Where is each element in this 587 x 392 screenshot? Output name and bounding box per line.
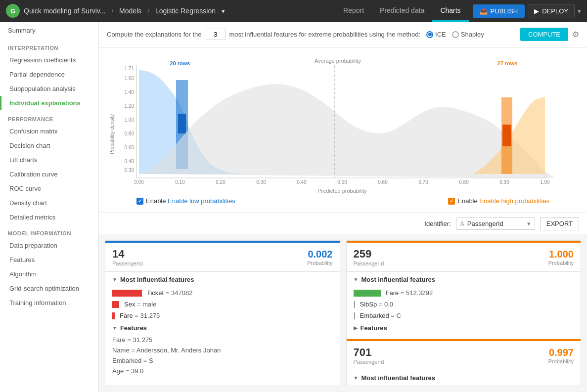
third-panel-header: 701 PassengerId 0.997 Probability bbox=[347, 341, 581, 370]
right-features-arrow: ▶ bbox=[354, 325, 358, 331]
left-features-section-title[interactable]: ▼ Features bbox=[105, 321, 340, 335]
orange-box-marker bbox=[502, 125, 511, 146]
right-most-influential-title[interactable]: ▼ Most influential features bbox=[347, 272, 581, 287]
sidebar-item-subpopulation[interactable]: Subpopulation analysis bbox=[0, 82, 98, 96]
third-panel-prob-section: 0.997 Probability bbox=[548, 347, 574, 364]
compute-button[interactable]: COMPUTE bbox=[520, 28, 568, 41]
svg-text:1.60: 1.60 bbox=[125, 76, 135, 81]
radio-ice-dot bbox=[426, 31, 433, 38]
svg-text:0.60: 0.60 bbox=[378, 179, 388, 185]
left-panel-id-label: PassengerId bbox=[112, 261, 143, 266]
sidebar-item-lift[interactable]: Lift charts bbox=[0, 153, 98, 167]
tab-predicted-data[interactable]: Predicted data bbox=[372, 0, 432, 22]
breadcrumb-sep2: / bbox=[147, 7, 149, 15]
settings-gear-icon[interactable]: ⚙ bbox=[572, 30, 579, 39]
tab-charts[interactable]: Charts bbox=[432, 0, 468, 22]
low-prob-check-box: ✓ bbox=[136, 198, 143, 205]
left-panel-prob-label: Probability bbox=[307, 260, 332, 266]
right-features-section-title[interactable]: ▶ Features bbox=[347, 321, 581, 335]
sidebar-item-features[interactable]: Features bbox=[0, 253, 98, 267]
breadcrumb-dropdown-icon[interactable]: ▾ bbox=[222, 7, 225, 15]
app-logo: G bbox=[6, 4, 20, 18]
left-detail-embarked: Embarked = S bbox=[105, 355, 340, 366]
left-detail-age: Age = 39.0 bbox=[105, 366, 340, 376]
right-features-bars: Fare = 512.3292 SibSp = 0.0 bbox=[347, 287, 581, 321]
breadcrumb-sep1: / bbox=[111, 7, 113, 15]
right-panel: 259 PassengerId 1.000 Probability ▼ Most… bbox=[346, 240, 582, 386]
right-feature-row-1: SibSp = 0.0 bbox=[347, 299, 581, 310]
top-tabs: Report Predicted data Charts bbox=[335, 0, 469, 22]
left-features-arrow: ▼ bbox=[112, 325, 117, 331]
breadcrumb-logistic[interactable]: Logistic Regression bbox=[155, 7, 216, 15]
features-count-input[interactable] bbox=[206, 29, 226, 40]
svg-text:0.60: 0.60 bbox=[125, 145, 135, 150]
breadcrumb-models[interactable]: Models bbox=[119, 7, 141, 15]
sex-bar bbox=[112, 301, 119, 308]
low-prob-checkbox[interactable]: ✓ Enable Enable low probabilities bbox=[136, 197, 235, 205]
left-influential-arrow: ▼ bbox=[112, 277, 117, 282]
sidebar-item-algorithm[interactable]: Algorithm bbox=[0, 267, 98, 281]
sidebar-item-summary[interactable]: Summary bbox=[0, 22, 98, 39]
identifier-type-icon: A bbox=[460, 220, 464, 227]
left-feature-row-2: Fare = 31.275 bbox=[105, 310, 340, 321]
y-axis-label: Probability density bbox=[109, 114, 115, 154]
third-panel-id: 701 bbox=[354, 346, 384, 359]
radio-shapley[interactable]: Shapley bbox=[452, 31, 484, 38]
sidebar-item-decision[interactable]: Decision chart bbox=[0, 138, 98, 153]
right-panel-id-section: 259 PassengerId bbox=[354, 248, 384, 266]
svg-text:0.50: 0.50 bbox=[337, 179, 347, 185]
svg-text:0.70: 0.70 bbox=[418, 179, 428, 185]
identifier-row: Identifier: A PassengerId ▾ EXPORT bbox=[99, 213, 587, 234]
controls-suffix: most influential features for extreme pr… bbox=[229, 31, 421, 38]
right-embarked-line bbox=[354, 312, 355, 319]
svg-text:0.20: 0.20 bbox=[216, 179, 226, 185]
sidebar-item-grid-search[interactable]: Grid-search optimization bbox=[0, 281, 98, 296]
svg-text:0.80: 0.80 bbox=[459, 179, 469, 185]
third-panel-id-label: PassengerId bbox=[354, 359, 384, 365]
chart-container: Probability density 1.71 1.60 1.40 1.20 … bbox=[99, 47, 587, 213]
svg-text:0.30: 0.30 bbox=[256, 179, 266, 185]
svg-text:Predicted probability: Predicted probability bbox=[317, 188, 367, 194]
svg-text:1.00: 1.00 bbox=[125, 117, 135, 123]
sidebar-item-confusion[interactable]: Confusion matrix bbox=[0, 124, 98, 138]
sidebar-item-individual[interactable]: Individual explanations bbox=[0, 96, 98, 110]
deploy-dropdown-icon[interactable]: ▾ bbox=[578, 7, 581, 15]
identifier-dropdown-icon: ▾ bbox=[527, 220, 531, 227]
high-prob-text: Enable Enable high probabilities bbox=[457, 197, 549, 205]
controls-prefix: Compute the explanations for the bbox=[107, 31, 202, 38]
sidebar-item-regression[interactable]: Regression coefficients bbox=[0, 53, 98, 67]
low-prob-text: Enable Enable low probabilities bbox=[146, 197, 235, 205]
app-title: Quick modeling of Surviv... bbox=[24, 7, 105, 15]
third-most-influential-title[interactable]: ▼ Most influential features bbox=[347, 370, 581, 386]
radio-ice[interactable]: ICE bbox=[426, 31, 446, 38]
deploy-button[interactable]: ▶ DEPLOY bbox=[528, 4, 575, 18]
top-actions: 📤 PUBLISH ▶ DEPLOY ▾ bbox=[473, 4, 581, 18]
main-layout: Summary INTERPRETATION Regression coeffi… bbox=[0, 22, 587, 392]
svg-text:0.10: 0.10 bbox=[175, 179, 185, 185]
sidebar-item-calibration[interactable]: Calibration curve bbox=[0, 167, 98, 181]
left-most-influential-title[interactable]: ▼ Most influential features bbox=[105, 272, 340, 287]
export-button[interactable]: EXPORT bbox=[540, 217, 579, 230]
sidebar-item-partial[interactable]: Partial dependence bbox=[0, 67, 98, 82]
sidebar-item-detailed[interactable]: Detailed metrics bbox=[0, 210, 98, 224]
method-radio-group: ICE Shapley bbox=[426, 31, 484, 38]
sidebar-section-performance: PERFORMANCE bbox=[0, 110, 98, 124]
publish-button[interactable]: 📤 PUBLISH bbox=[473, 4, 525, 18]
identifier-select[interactable]: A PassengerId ▾ bbox=[456, 218, 535, 230]
publish-icon: 📤 bbox=[480, 7, 488, 15]
right-panel-id-label: PassengerId bbox=[354, 261, 384, 266]
sidebar-item-roc[interactable]: ROC curve bbox=[0, 181, 98, 196]
panels-row: 14 PassengerId 0.002 Probability ▼ Most … bbox=[99, 234, 587, 392]
left-feature-details: Fare = 31.275 Name = Andersson, Mr. Ande… bbox=[105, 335, 340, 376]
third-influential-arrow: ▼ bbox=[354, 375, 359, 381]
sidebar-item-training[interactable]: Training information bbox=[0, 296, 98, 310]
svg-text:1.00: 1.00 bbox=[540, 179, 550, 185]
high-prob-checkbox[interactable]: ✓ Enable Enable high probabilities bbox=[448, 197, 549, 205]
tab-report[interactable]: Report bbox=[335, 0, 372, 22]
left-panel-id: 14 bbox=[112, 248, 143, 261]
sidebar-item-data-prep[interactable]: Data preparation bbox=[0, 238, 98, 253]
third-panel-id-section: 701 PassengerId bbox=[354, 346, 384, 365]
controls-bar: Compute the explanations for the most in… bbox=[99, 22, 587, 47]
sidebar-item-density[interactable]: Density chart bbox=[0, 196, 98, 210]
sidebar-section-model-info: MODEL INFORMATION bbox=[0, 224, 98, 238]
